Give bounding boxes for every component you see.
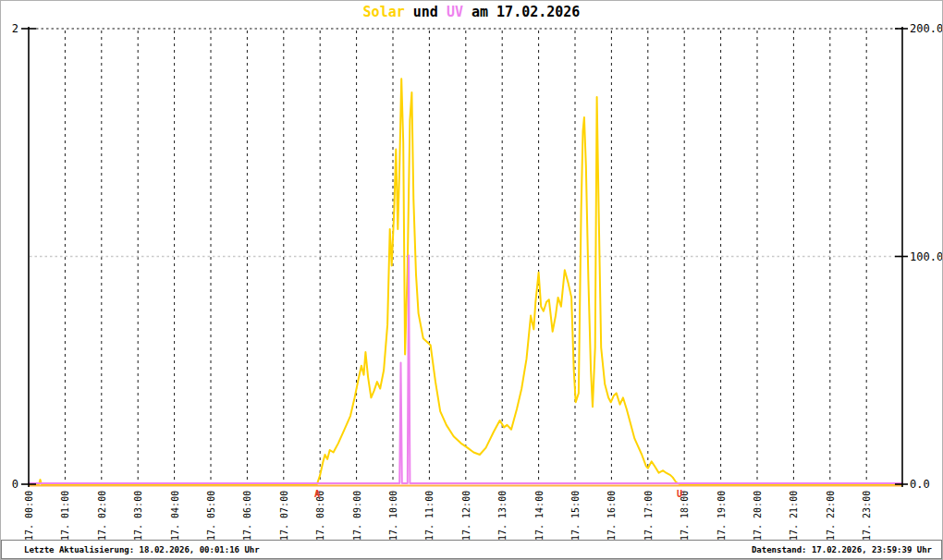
x-tick-label: 17. 04:00 xyxy=(170,491,180,541)
x-tick-label: 17. 05:00 xyxy=(206,491,216,541)
x-tick-label: 17. 12:00 xyxy=(461,491,472,541)
x-tick-label: 17. 00:00 xyxy=(24,491,34,541)
x-tick-label: 17. 15:00 xyxy=(570,491,581,541)
x-tick-label: 17. 13:00 xyxy=(497,491,508,541)
solar-line xyxy=(29,79,902,484)
x-tick-label: 17. 21:00 xyxy=(789,491,799,541)
x-tick-label: 17. 01:00 xyxy=(60,491,70,541)
x-tick-label: 17. 17:00 xyxy=(643,491,654,541)
x-tick-label: 17. 20:00 xyxy=(753,491,763,541)
right-axis-label: 0.0 xyxy=(910,478,930,491)
x-tick-label: 17. 06:00 xyxy=(242,491,252,541)
x-tick-label: 17. 22:00 xyxy=(826,491,836,541)
x-tick-label: 17. 23:00 xyxy=(862,491,872,541)
x-tick-label: 17. 03:00 xyxy=(133,491,143,541)
chart-page: Solar und UV am 17.02.2026 20200.0100.00… xyxy=(0,0,943,560)
sun-marker-A: A xyxy=(314,489,320,499)
x-tick-label: 17. 09:00 xyxy=(352,491,362,541)
x-tick-label: 17. 02:00 xyxy=(97,491,107,541)
x-tick-label: 17. 14:00 xyxy=(534,491,545,541)
status-bar: Letzte Aktualisierung: 18.02.2026, 00:01… xyxy=(1,540,942,559)
x-tick-label: 17. 10:00 xyxy=(388,491,398,541)
x-tick-label: 17. 11:00 xyxy=(424,491,435,541)
x-tick-label: 17. 16:00 xyxy=(606,491,617,541)
left-axis-label: 2 xyxy=(12,22,18,35)
x-tick-label: 17. 19:00 xyxy=(716,491,727,541)
sun-marker-U: U xyxy=(677,489,682,499)
right-axis-label: 200.0 xyxy=(910,22,943,35)
right-axis-label: 100.0 xyxy=(910,250,943,263)
last-update-text: Letzte Aktualisierung: 18.02.2026, 00:01… xyxy=(24,545,260,554)
solar-uv-chart: 20200.0100.00.017. 00:0017. 01:0017. 02:… xyxy=(1,1,943,542)
x-tick-label: 17. 07:00 xyxy=(279,491,289,541)
left-axis-label: 0 xyxy=(12,478,18,491)
data-timestamp-text: Datenstand: 17.02.2026, 23:59:39 Uhr xyxy=(752,545,932,554)
